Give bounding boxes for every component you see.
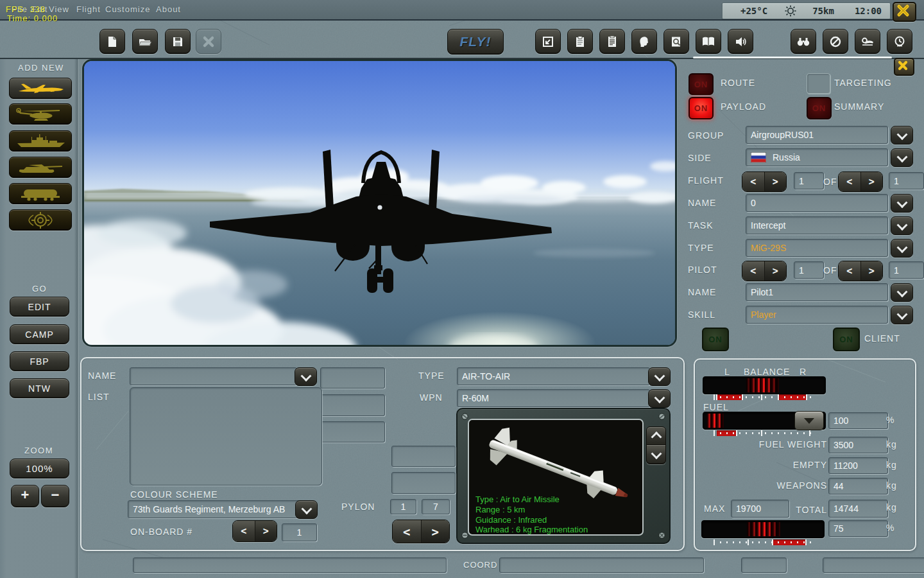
sound-button[interactable] bbox=[728, 29, 753, 54]
pylon-next-button[interactable]: > bbox=[422, 520, 450, 543]
colour-scheme-dropdown[interactable] bbox=[295, 500, 318, 519]
group-field[interactable]: AirgroupRUS01 bbox=[746, 126, 888, 144]
edit-button[interactable]: EDIT bbox=[10, 297, 69, 317]
wpn-type-dropdown[interactable] bbox=[648, 367, 671, 386]
balance-bar[interactable] bbox=[703, 376, 826, 394]
wpn-field[interactable]: R-60M bbox=[457, 389, 650, 407]
flight-current-field[interactable]: 1 bbox=[794, 172, 824, 189]
weapon-scroll-down[interactable] bbox=[646, 444, 666, 464]
swap-button[interactable] bbox=[535, 29, 561, 54]
zoom-in-button[interactable]: + bbox=[11, 485, 39, 507]
menu-view[interactable]: View bbox=[49, 4, 69, 14]
onboard-field[interactable]: 1 bbox=[282, 523, 317, 541]
add-ship-button[interactable] bbox=[9, 130, 72, 152]
pylon-box-1[interactable] bbox=[391, 446, 456, 467]
fuel-percent-field[interactable]: 100 bbox=[828, 412, 888, 429]
pilot-name-field[interactable]: Pilot1 bbox=[746, 283, 888, 301]
empty-field[interactable]: 11200 bbox=[828, 457, 888, 474]
load-percent-field[interactable]: 75 bbox=[828, 520, 888, 537]
status-field-2[interactable] bbox=[741, 557, 787, 573]
task-field[interactable]: Intercept bbox=[746, 216, 888, 234]
fuel-slider[interactable] bbox=[703, 412, 826, 430]
binoculars-button[interactable] bbox=[791, 29, 816, 54]
service-button[interactable] bbox=[855, 29, 880, 54]
wpn-dropdown[interactable] bbox=[648, 389, 671, 408]
close-mission-button[interactable] bbox=[196, 29, 221, 54]
flight-spinner[interactable]: < > bbox=[742, 171, 787, 192]
total-field[interactable]: 14744 bbox=[828, 500, 888, 518]
fuel-slider-handle[interactable] bbox=[794, 411, 824, 430]
pylon-prev-button[interactable]: < bbox=[393, 520, 422, 543]
pilot-total-spinner[interactable]: < > bbox=[838, 261, 883, 281]
type-dropdown[interactable] bbox=[891, 239, 913, 258]
panel-close-button[interactable] bbox=[894, 58, 914, 76]
fbp-button[interactable]: FBP bbox=[10, 351, 69, 371]
weapon-scroll-up[interactable] bbox=[646, 426, 666, 446]
notes-button[interactable] bbox=[599, 29, 625, 54]
load-bar[interactable] bbox=[701, 520, 825, 538]
colour-scheme-field[interactable]: 73th Guards Regiment, Merzeburg AB bbox=[128, 500, 300, 518]
add-vehicle-button[interactable] bbox=[9, 157, 72, 178]
encyclopedia-button[interactable] bbox=[696, 29, 721, 54]
task-dropdown[interactable] bbox=[891, 216, 913, 235]
menu-customize[interactable]: Customize bbox=[105, 4, 150, 14]
pilot-spinner[interactable]: < > bbox=[742, 261, 787, 281]
zoom-value-button[interactable]: 100% bbox=[10, 459, 69, 478]
menu-about[interactable]: About bbox=[156, 4, 181, 14]
add-airplane-button[interactable] bbox=[9, 78, 72, 99]
flight-total-next-button[interactable]: > bbox=[861, 172, 883, 191]
flight-next-button[interactable]: > bbox=[765, 172, 787, 191]
zoom-out-button[interactable]: − bbox=[41, 485, 69, 507]
weapons-field[interactable]: 44 bbox=[828, 478, 888, 495]
flight-total-spinner[interactable]: < > bbox=[838, 171, 883, 192]
menu-flight[interactable]: Flight bbox=[76, 4, 101, 14]
status-field-3[interactable] bbox=[823, 557, 924, 573]
open-button[interactable] bbox=[132, 29, 158, 54]
unit-on-toggle[interactable]: ON bbox=[702, 328, 729, 351]
pilot-total-prev-button[interactable]: < bbox=[839, 261, 861, 281]
time-button[interactable] bbox=[887, 29, 912, 54]
pylon-spinner[interactable]: < > bbox=[392, 520, 450, 543]
pilot-current-field[interactable]: 1 bbox=[794, 261, 824, 279]
side-field[interactable]: Russia bbox=[746, 148, 888, 166]
pilot-total-field[interactable]: 1 bbox=[889, 261, 924, 279]
pylon-total-field[interactable]: 7 bbox=[422, 499, 450, 514]
summary-toggle[interactable]: ON bbox=[807, 97, 832, 119]
skill-dropdown[interactable] bbox=[891, 306, 913, 324]
flight-total-field[interactable]: 1 bbox=[889, 172, 924, 189]
group-dropdown[interactable] bbox=[891, 126, 913, 144]
camp-button[interactable]: CAMP bbox=[10, 324, 69, 344]
fly-button[interactable]: FLY! bbox=[447, 29, 504, 55]
store-name-dropdown[interactable] bbox=[295, 367, 317, 386]
onboard-spinner[interactable]: < > bbox=[232, 520, 277, 542]
new-file-button[interactable] bbox=[99, 29, 125, 54]
onboard-next-button[interactable]: > bbox=[255, 521, 277, 541]
store-box-2[interactable] bbox=[320, 394, 385, 416]
store-box-1[interactable] bbox=[320, 367, 385, 389]
flight-prev-button[interactable]: < bbox=[742, 172, 765, 191]
flight-total-prev-button[interactable]: < bbox=[839, 172, 861, 191]
status-field-1[interactable] bbox=[133, 557, 447, 573]
targeting-toggle[interactable] bbox=[807, 73, 830, 94]
pilot-total-next-button[interactable]: > bbox=[861, 261, 883, 281]
skill-field[interactable]: Player bbox=[746, 306, 888, 324]
unit-name-dropdown[interactable] bbox=[891, 194, 913, 213]
pylon-current-field[interactable]: 1 bbox=[390, 499, 416, 514]
no-entry-button[interactable] bbox=[823, 29, 848, 54]
add-helicopter-button[interactable] bbox=[9, 103, 72, 125]
pilot-name-dropdown[interactable] bbox=[891, 283, 913, 302]
type-field[interactable]: MiG-29S bbox=[746, 239, 888, 257]
pylon-box-2[interactable] bbox=[391, 472, 456, 494]
side-dropdown[interactable] bbox=[891, 148, 913, 167]
list-box[interactable] bbox=[130, 387, 322, 486]
pilot-next-button[interactable]: > bbox=[765, 261, 787, 281]
fuel-weight-field[interactable]: 3500 bbox=[828, 437, 888, 453]
wpn-type-field[interactable]: AIR-TO-AIR bbox=[457, 367, 650, 385]
preview-button[interactable] bbox=[663, 29, 689, 54]
payload-toggle[interactable]: ON bbox=[689, 97, 714, 119]
route-toggle[interactable]: ON bbox=[689, 73, 714, 95]
coord-field[interactable] bbox=[499, 557, 704, 573]
store-box-3[interactable] bbox=[320, 421, 385, 442]
app-close-button[interactable] bbox=[893, 2, 916, 22]
store-name-field[interactable] bbox=[130, 367, 297, 385]
